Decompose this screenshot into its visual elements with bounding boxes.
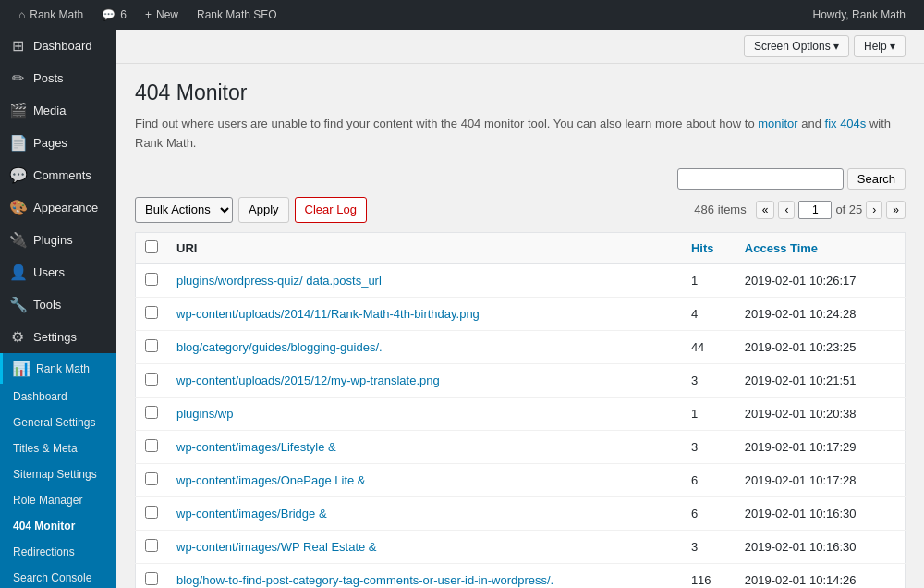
- sidebar-item-media[interactable]: 🎬 Media: [0, 94, 116, 127]
- sidebar-item-label: Plugins: [33, 233, 73, 247]
- sidebar-item-label: Dashboard: [33, 39, 92, 53]
- sidebar-item-users[interactable]: 👤 Users: [0, 256, 116, 288]
- sidebar-item-rm-general-settings[interactable]: General Settings: [0, 410, 116, 435]
- row-time-4: 2019-02-01 10:20:38: [736, 397, 906, 430]
- screen-options-button[interactable]: Screen Options ▾: [744, 35, 849, 57]
- admin-bar-rank-math-seo[interactable]: Rank Math SEO: [188, 0, 286, 30]
- dashboard-icon: ⊞: [9, 37, 26, 55]
- first-page-button[interactable]: «: [756, 201, 775, 219]
- clear-log-button[interactable]: Clear Log: [295, 197, 367, 223]
- wp-logo-icon: ⌂: [18, 8, 25, 21]
- media-icon: 🎬: [9, 102, 26, 119]
- sidebar-item-rm-redirections[interactable]: Redirections: [0, 539, 116, 565]
- sidebar-item-rm-titles-meta[interactable]: Titles & Meta: [0, 435, 116, 461]
- row-checkbox-9[interactable]: [145, 572, 158, 585]
- row-time-2: 2019-02-01 10:23:25: [736, 330, 906, 363]
- row-checkbox-3[interactable]: [145, 373, 158, 386]
- row-hits-3: 3: [682, 363, 736, 397]
- admin-bar-wp-home[interactable]: ⌂ Rank Math: [9, 0, 92, 30]
- row-checkbox-2[interactable]: [145, 339, 158, 352]
- plus-icon: +: [145, 8, 152, 21]
- bulk-actions-select[interactable]: Bulk Actions: [135, 197, 233, 223]
- table-body: plugins/wordpress-quiz/ data.posts_url 1…: [136, 263, 906, 588]
- row-checkbox-cell: [136, 297, 168, 330]
- row-checkbox-7[interactable]: [145, 506, 158, 519]
- apply-button[interactable]: Apply: [238, 197, 289, 223]
- header-hits[interactable]: Hits: [682, 232, 736, 263]
- sidebar-item-rm-role-manager[interactable]: Role Manager: [0, 487, 116, 513]
- admin-bar-new-label: New: [156, 8, 178, 21]
- admin-bar-rank-math-label: Rank Math: [30, 8, 83, 21]
- sidebar-item-pages[interactable]: 📄 Pages: [0, 127, 116, 159]
- sidebar-item-appearance[interactable]: 🎨 Appearance: [0, 191, 116, 224]
- admin-bar-howdy[interactable]: Howdy, Rank Math: [804, 0, 915, 30]
- sidebar-item-plugins[interactable]: 🔌 Plugins: [0, 224, 116, 256]
- row-time-7: 2019-02-01 10:16:30: [736, 496, 906, 530]
- header-access-time[interactable]: Access Time: [736, 232, 906, 263]
- sidebar-item-label: Media: [33, 104, 66, 117]
- prev-page-button[interactable]: ‹: [778, 201, 795, 219]
- sidebar-item-rm-dashboard[interactable]: Dashboard: [0, 384, 116, 410]
- row-uri-5: wp-content/images/Lifestyle &: [167, 430, 682, 463]
- row-checkbox-1[interactable]: [145, 306, 158, 319]
- sidebar-item-rm-404-monitor[interactable]: 404 Monitor: [0, 513, 116, 539]
- search-button[interactable]: Search: [847, 168, 906, 190]
- comments-icon: 💬: [9, 166, 26, 184]
- table-row: plugins/wp 1 2019-02-01 10:20:38: [136, 397, 906, 430]
- posts-icon: ✏: [9, 69, 26, 87]
- admin-bar-new[interactable]: + New: [136, 0, 188, 30]
- row-checkbox-0[interactable]: [145, 273, 158, 286]
- next-page-button[interactable]: ›: [866, 201, 882, 219]
- table-row: plugins/wordpress-quiz/ data.posts_url 1…: [136, 263, 906, 297]
- row-checkbox-cell: [136, 496, 168, 530]
- row-hits-1: 4: [682, 297, 736, 330]
- comment-icon: 💬: [102, 8, 116, 21]
- row-checkbox-4[interactable]: [145, 406, 158, 419]
- settings-icon: ⚙: [9, 328, 26, 346]
- sidebar-item-rm-search-console[interactable]: Search Console: [0, 565, 116, 588]
- row-uri-3: wp-content/uploads/2015/12/my-wp-transla…: [167, 363, 682, 397]
- sidebar-item-label: Tools: [33, 298, 61, 312]
- table-row: wp-content/uploads/2014/11/Rank-Math-4th…: [136, 297, 906, 330]
- monitor-link[interactable]: monitor: [758, 116, 797, 130]
- row-checkbox-8[interactable]: [145, 539, 158, 552]
- sidebar-item-rank-math-parent[interactable]: 📊 Rank Math: [0, 353, 116, 384]
- last-page-button[interactable]: »: [886, 201, 906, 219]
- rank-math-icon: 📊: [12, 360, 29, 377]
- admin-bar-rmseo-label: Rank Math SEO: [197, 8, 277, 21]
- action-row: Bulk Actions Apply Clear Log 486 items «…: [135, 197, 906, 223]
- admin-bar-right: Howdy, Rank Math: [804, 0, 915, 30]
- table-row: wp-content/images/OnePage Lite & 6 2019-…: [136, 463, 906, 496]
- sidebar-item-tools[interactable]: 🔧 Tools: [0, 288, 116, 321]
- select-all-checkbox[interactable]: [145, 240, 158, 253]
- sidebar-item-comments[interactable]: 💬 Comments: [0, 159, 116, 191]
- sidebar-item-label: Comments: [33, 168, 91, 182]
- help-button[interactable]: Help ▾: [854, 35, 906, 57]
- table-row: blog/how-to-find-post-category-tag-comme…: [136, 563, 906, 588]
- sidebar-item-label: Posts: [33, 71, 64, 85]
- appearance-icon: 🎨: [9, 199, 26, 216]
- search-input[interactable]: [677, 168, 844, 190]
- sidebar-item-rm-sitemap-settings[interactable]: Sitemap Settings: [0, 461, 116, 487]
- sidebar-item-label: Users: [33, 265, 65, 279]
- row-hits-9: 116: [682, 563, 736, 588]
- row-uri-7: wp-content/images/Bridge &: [167, 496, 682, 530]
- sidebar-item-dashboard[interactable]: ⊞ Dashboard: [0, 30, 116, 62]
- row-hits-4: 1: [682, 397, 736, 430]
- fix404s-link[interactable]: fix 404s: [825, 116, 867, 130]
- table-row: blog/category/guides/blogging-guides/. 4…: [136, 330, 906, 363]
- page-number-input[interactable]: [798, 201, 832, 219]
- row-uri-4: plugins/wp: [167, 397, 682, 430]
- users-icon: 👤: [9, 263, 26, 281]
- row-time-5: 2019-02-01 10:17:29: [736, 430, 906, 463]
- admin-bar-comments[interactable]: 💬 6: [92, 0, 136, 30]
- header-uri: URI: [167, 232, 682, 263]
- table-row: wp-content/images/Lifestyle & 3 2019-02-…: [136, 430, 906, 463]
- row-checkbox-5[interactable]: [145, 439, 158, 452]
- top-options-bar: Screen Options ▾ Help ▾: [116, 30, 924, 64]
- row-checkbox-6[interactable]: [145, 472, 158, 485]
- table-header-row: URI Hits Access Time: [136, 232, 906, 263]
- sidebar-item-settings[interactable]: ⚙ Settings: [0, 321, 116, 353]
- row-time-0: 2019-02-01 10:26:17: [736, 263, 906, 297]
- sidebar-item-posts[interactable]: ✏ Posts: [0, 62, 116, 94]
